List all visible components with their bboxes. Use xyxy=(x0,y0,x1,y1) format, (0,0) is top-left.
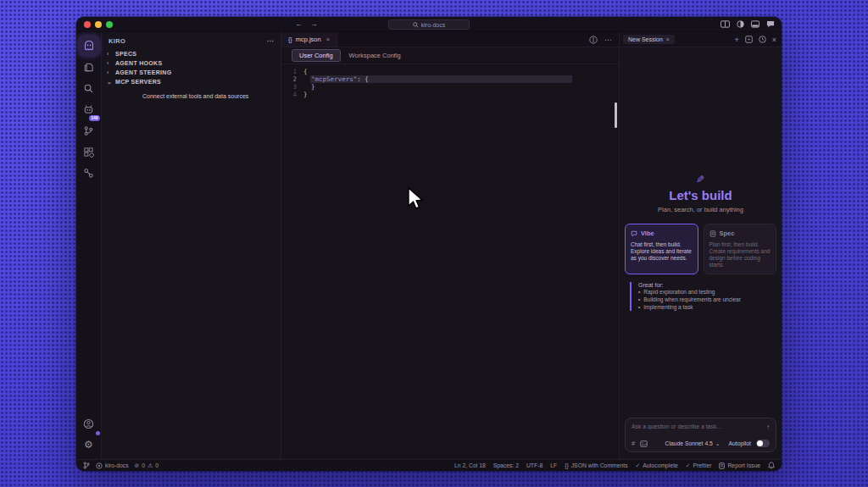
cursor-position[interactable]: Ln 2, Col 18 xyxy=(454,462,486,468)
autocomplete-status[interactable]: ✓ Autocomplete xyxy=(636,462,678,469)
agent-status-icon[interactable]: 149 xyxy=(79,99,99,119)
workspace-status[interactable]: kiro-docs xyxy=(96,462,129,469)
sidebar-section-specs[interactable]: › SPECS xyxy=(102,49,281,58)
workspace-name: kiro-docs xyxy=(421,22,445,28)
remote-explorer-icon[interactable] xyxy=(79,163,99,183)
great-for-item: Building when requirements are unclear xyxy=(638,296,773,303)
chat-panel-tab-bar: New Session × + × xyxy=(620,32,782,47)
chevron-right-icon: › xyxy=(107,60,112,66)
code-line: 1{ xyxy=(281,68,619,75)
settings-gear-icon[interactable]: ⚙ xyxy=(79,434,99,455)
minimize-window-button[interactable] xyxy=(95,21,102,28)
command-center-search[interactable]: kiro-docs xyxy=(388,19,470,30)
close-panel-icon[interactable]: × xyxy=(772,36,776,44)
explorer-icon[interactable] xyxy=(79,57,99,77)
chat-panel: New Session × + × ✎ Let's build Plan, se… xyxy=(620,32,782,459)
chat-input-box: ↑ # Claude Sonnet 4.5 ⌄ Autopilot xyxy=(625,418,776,452)
encoding[interactable]: UTF-8 xyxy=(526,462,542,468)
context-hash-icon[interactable]: # xyxy=(632,440,635,447)
sidebar-section-agent-steering[interactable]: › AGENT STEERING xyxy=(102,68,281,77)
vibe-card-description: Chat first, then build. Explore ideas an… xyxy=(631,241,693,262)
title-bar: ← → kiro-docs xyxy=(76,17,782,32)
toggle-panel-icon[interactable] xyxy=(751,20,760,28)
check-icon: ✓ xyxy=(686,462,691,469)
mcp-empty-state-text: Connect external tools and data sources xyxy=(102,86,281,99)
attach-image-icon[interactable] xyxy=(640,440,648,447)
problems-status[interactable]: ⊘ 0 ⚠ 0 xyxy=(135,462,159,469)
new-session-icon[interactable]: + xyxy=(734,36,738,44)
sidebar-section-agent-hooks[interactable]: › AGENT HOOKS xyxy=(102,58,281,68)
great-for-label: Great for: xyxy=(638,282,773,288)
extensions-icon[interactable] xyxy=(79,141,99,162)
code-line-active: 2 "mcpServers": { xyxy=(281,75,619,83)
search-panel-icon[interactable] xyxy=(79,78,99,98)
great-for-item: Implementing a task xyxy=(638,303,773,311)
editor-more-icon[interactable]: ⋯ xyxy=(604,36,612,44)
chevron-down-icon: ⌄ xyxy=(715,440,721,447)
vibe-mode-card[interactable]: Vibe Chat first, then build. Explore ide… xyxy=(625,224,698,274)
sidebar-more-icon[interactable]: ⋯ xyxy=(267,37,274,45)
document-icon xyxy=(709,230,716,237)
model-selector[interactable]: Claude Sonnet 4.5 ⌄ xyxy=(665,440,721,447)
nav-back-button[interactable]: ← xyxy=(295,19,303,28)
prettier-status[interactable]: ✓ Prettier xyxy=(686,462,712,469)
tab-user-config[interactable]: User Config xyxy=(292,49,341,62)
branch-icon[interactable] xyxy=(83,462,90,469)
indentation[interactable]: Spaces: 2 xyxy=(493,462,519,468)
window-controls xyxy=(84,21,113,28)
keyboard-layout-icon[interactable] xyxy=(721,20,730,28)
eol[interactable]: LF xyxy=(550,462,557,468)
toggle-knob xyxy=(757,440,763,446)
editor-scrollbar[interactable] xyxy=(615,102,617,128)
warning-icon: ⚠ xyxy=(147,462,153,469)
close-session-icon[interactable]: × xyxy=(666,36,670,42)
code-editor[interactable]: 1{ 2 "mcpServers": { 3 } 4} xyxy=(281,64,619,459)
tab-workspace-config[interactable]: Workspace Config xyxy=(349,52,401,59)
status-bar: kiro-docs ⊘ 0 ⚠ 0 Ln 2, Col 18 Spaces: 2… xyxy=(76,459,782,471)
remote-window-icon xyxy=(96,462,103,469)
code-line: 3 } xyxy=(281,83,619,91)
chat-input[interactable] xyxy=(632,423,766,429)
spec-mode-card[interactable]: Spec Plan first, then build. Create requ… xyxy=(704,224,777,274)
source-control-icon[interactable] xyxy=(79,120,99,141)
braces-icon: {} xyxy=(565,462,569,468)
editor-tab-bar: {} mcp.json × ⋯ xyxy=(281,32,619,47)
spec-card-description: Plan first, then build. Create requireme… xyxy=(709,241,771,268)
send-icon[interactable]: ↑ xyxy=(766,423,770,431)
close-window-button[interactable] xyxy=(84,21,91,28)
sidebar-section-mcp-servers[interactable]: ⌄ MCP SERVERS xyxy=(102,77,281,86)
report-issue[interactable]: Report Issue xyxy=(719,462,760,469)
language-mode[interactable]: {} JSON with Comments xyxy=(565,462,627,468)
check-icon: ✓ xyxy=(636,462,641,469)
chat-bubble-icon xyxy=(631,230,637,237)
nav-forward-button[interactable]: → xyxy=(310,19,318,28)
chat-panel-body: ✎ Let's build Plan, search, or build any… xyxy=(620,47,782,459)
kiro-window: ← → kiro-docs xyxy=(76,17,782,471)
open-in-editor-icon[interactable] xyxy=(745,36,753,43)
great-for-item: Rapid exploration and testing xyxy=(638,288,773,296)
chevron-right-icon: › xyxy=(107,51,112,57)
split-editor-icon[interactable] xyxy=(589,36,598,44)
lets-build-subtitle: Plan, search, or build anything xyxy=(620,206,782,213)
tab-new-session[interactable]: New Session × xyxy=(623,35,675,44)
kiro-agent-icon[interactable] xyxy=(79,36,99,56)
account-icon[interactable] xyxy=(79,413,99,434)
great-for-block: Great for: Rapid exploration and testing… xyxy=(630,282,773,311)
activity-bar: 149 ⚙ xyxy=(76,32,102,459)
sidebar-title: KIRO xyxy=(108,37,125,45)
editor-group: {} mcp.json × ⋯ User Config Workspace Co… xyxy=(281,32,620,459)
tab-mcp-json[interactable]: {} mcp.json × xyxy=(281,32,337,47)
history-icon[interactable] xyxy=(759,36,766,43)
close-tab-icon[interactable]: × xyxy=(326,36,330,43)
toggle-sidebar-icon[interactable] xyxy=(737,20,744,28)
autopilot-toggle[interactable] xyxy=(756,440,770,447)
zoom-window-button[interactable] xyxy=(106,21,113,28)
config-tabs: User Config Workspace Config xyxy=(281,47,619,64)
lets-build-title: Let's build xyxy=(620,188,782,202)
pencil-icon: ✎ xyxy=(696,174,704,185)
chevron-down-icon: ⌄ xyxy=(107,79,112,86)
kiro-sidebar: KIRO ⋯ › SPECS › AGENT HOOKS › AGENT STE… xyxy=(102,32,281,459)
bell-icon[interactable] xyxy=(768,462,775,469)
json-file-icon: {} xyxy=(288,36,292,42)
chat-icon[interactable] xyxy=(766,20,775,28)
